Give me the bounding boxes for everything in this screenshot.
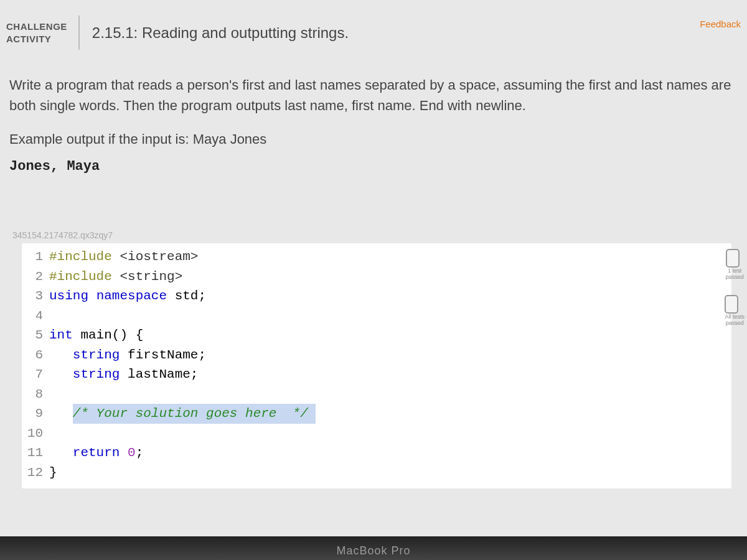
code-line[interactable]: 12} [22,463,731,483]
instructions-text: Write a program that reads a person's fi… [9,75,738,116]
example-output: Jones, Maya [9,159,738,174]
line-number: 9 [22,404,49,424]
feedback-link[interactable]: Feedback [700,19,741,29]
line-content[interactable] [49,306,731,326]
macbook-label: MacBook Pro [336,544,410,558]
code-line[interactable]: 4 [22,306,731,326]
line-number: 12 [22,463,49,483]
line-number: 5 [22,325,49,345]
line-content[interactable]: } [49,463,731,483]
line-content[interactable]: #include <string> [49,267,731,287]
code-line[interactable]: 5int main() { [22,325,731,345]
side-status-badges: 1 testpassed All testspassed [725,249,745,330]
line-number: 4 [22,306,49,326]
line-number: 1 [22,247,49,267]
activity-header: CHALLENGE ACTIVITY 2.15.1: Reading and o… [0,0,747,59]
code-line[interactable]: 11 return 0; [22,443,731,463]
code-line[interactable]: 6 string firstName; [22,345,731,365]
line-number: 6 [22,345,49,365]
line-number: 11 [22,443,49,463]
line-content[interactable]: string lastName; [49,365,731,385]
line-content[interactable]: int main() { [49,325,731,345]
challenge-badge: CHALLENGE ACTIVITY [6,16,80,50]
activity-title: 2.15.1: Reading and outputting strings. [80,16,361,50]
code-line[interactable]: 3using namespace std; [22,286,731,306]
code-line[interactable]: 2#include <string> [22,267,731,287]
code-line[interactable]: 1#include <iostream> [22,247,731,267]
line-number: 2 [22,267,49,287]
challenge-label-line1: CHALLENGE [6,21,67,33]
challenge-label-line2: ACTIVITY [6,33,67,45]
watermark-id: 345154.2174782.qx3zqy7 [9,230,738,240]
line-content[interactable] [49,424,731,444]
line-number: 7 [22,365,49,385]
line-content[interactable]: /* Your solution goes here */ [49,404,731,424]
code-line[interactable]: 7 string lastName; [22,365,731,385]
line-content[interactable]: string firstName; [49,345,731,365]
line-content[interactable] [49,385,731,404]
test-badge-label: 1 testpassed [726,268,744,280]
line-content[interactable]: using namespace std; [49,286,731,306]
line-number: 3 [22,286,49,306]
line-content[interactable]: #include <iostream> [49,247,731,267]
example-label: Example output if the input is: Maya Jon… [9,131,738,147]
line-content[interactable]: return 0; [49,443,731,463]
code-line[interactable]: 9 /* Your solution goes here */ [22,404,731,424]
all-tests-icon [725,295,738,314]
line-number: 8 [22,385,49,404]
code-line[interactable]: 10 [22,424,731,444]
test-status-icon [726,249,740,268]
code-editor[interactable]: 1#include <iostream>2#include <string>3u… [22,243,731,488]
code-line[interactable]: 8 [22,385,731,404]
activity-content: Write a program that reads a person's fi… [0,59,747,495]
line-number: 10 [22,424,49,444]
all-tests-label: All testspassed [725,314,745,326]
